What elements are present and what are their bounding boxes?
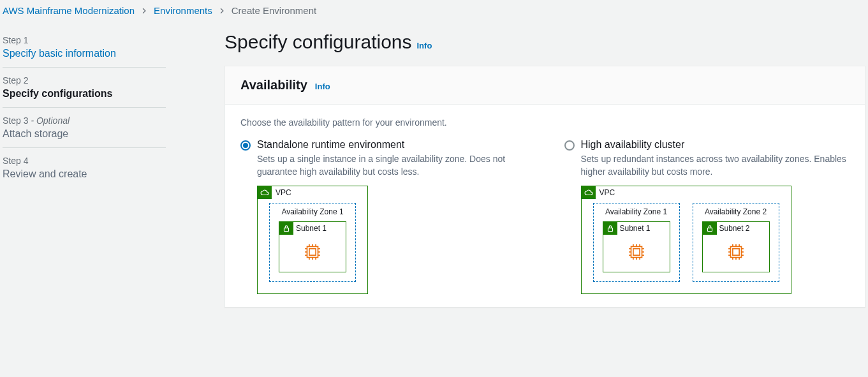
svg-rect-0 bbox=[284, 228, 289, 232]
step-number: Step 2 bbox=[3, 75, 166, 85]
diagram-availability-zone: Availability Zone 1 Subnet 1 bbox=[593, 203, 680, 282]
diagram-vpc: VPC Availability Zone 1 bbox=[581, 186, 791, 294]
vpc-label: VPC bbox=[600, 188, 615, 197]
svg-rect-32 bbox=[732, 249, 739, 255]
option-title: High availability cluster bbox=[581, 139, 685, 151]
info-link[interactable]: Info bbox=[417, 41, 432, 50]
info-link[interactable]: Info bbox=[315, 82, 330, 91]
panel-helper-text: Choose the availability pattern for your… bbox=[240, 117, 850, 128]
lock-icon bbox=[703, 222, 717, 235]
option-standalone: Standalone runtime environment Sets up a… bbox=[240, 139, 526, 294]
svg-rect-30 bbox=[707, 228, 712, 232]
wizard-step-2: Step 2 Specify configurations bbox=[3, 68, 166, 108]
breadcrumb-current: Create Environment bbox=[232, 5, 316, 16]
vpc-label: VPC bbox=[276, 188, 291, 197]
availability-options: Standalone runtime environment Sets up a… bbox=[240, 139, 850, 294]
svg-rect-15 bbox=[608, 228, 612, 232]
main-content: Specify configurations Info Availability… bbox=[166, 21, 868, 307]
lock-icon bbox=[279, 222, 293, 235]
radio-icon bbox=[564, 140, 575, 151]
option-ha-cluster: High availability cluster Sets up redund… bbox=[564, 139, 850, 294]
chevron-right-icon bbox=[219, 5, 225, 16]
processor-icon bbox=[626, 241, 647, 263]
panel-header: Availability Info bbox=[225, 66, 865, 105]
step-link[interactable]: Specify basic information bbox=[3, 48, 116, 59]
option-description: Sets up redundant instances across two a… bbox=[581, 153, 850, 178]
processor-icon bbox=[302, 241, 323, 263]
diagram-subnet: Subnet 1 bbox=[279, 221, 346, 272]
svg-rect-2 bbox=[309, 249, 316, 255]
availability-panel: Availability Info Choose the availabilit… bbox=[224, 66, 865, 307]
step-title-disabled: Attach storage bbox=[3, 128, 166, 140]
az-label: Availability Zone 2 bbox=[702, 203, 770, 221]
breadcrumb-link-service[interactable]: AWS Mainframe Modernization bbox=[3, 5, 135, 16]
page-header: Specify configurations Info bbox=[224, 31, 865, 53]
step-title-active: Specify configurations bbox=[3, 88, 166, 100]
az-label: Availability Zone 1 bbox=[603, 203, 670, 221]
option-radio-standalone[interactable]: Standalone runtime environment bbox=[240, 139, 526, 151]
svg-rect-16 bbox=[631, 247, 642, 258]
wizard-step-3: Step 3 - Optional Attach storage bbox=[3, 108, 166, 148]
wizard-step-1[interactable]: Step 1 Specify basic information bbox=[3, 27, 166, 68]
chevron-right-icon bbox=[141, 5, 147, 16]
az-label: Availability Zone 1 bbox=[279, 203, 346, 221]
breadcrumb: AWS Mainframe Modernization Environments… bbox=[0, 0, 868, 21]
subnet-label: Subnet 1 bbox=[296, 224, 327, 233]
page-title: Specify configurations bbox=[224, 31, 412, 53]
step-title-disabled: Review and create bbox=[3, 168, 166, 180]
diagram-subnet: Subnet 2 bbox=[702, 221, 770, 272]
diagram-vpc: VPC Availability Zone 1 bbox=[257, 186, 368, 294]
step-number: Step 3 - Optional bbox=[3, 115, 166, 126]
subnet-label: Subnet 1 bbox=[620, 224, 651, 233]
breadcrumb-link-environments[interactable]: Environments bbox=[154, 5, 212, 16]
step-number: Step 1 bbox=[3, 35, 166, 45]
diagram-availability-zone: Availability Zone 2 Subnet 2 bbox=[693, 203, 779, 282]
svg-rect-17 bbox=[633, 249, 639, 255]
panel-title: Availability bbox=[240, 78, 307, 92]
option-description: Sets up a single instance in a single av… bbox=[257, 153, 526, 178]
cloud-icon bbox=[258, 186, 272, 199]
option-radio-ha-cluster[interactable]: High availability cluster bbox=[564, 139, 850, 151]
subnet-label: Subnet 2 bbox=[719, 224, 750, 233]
diagram-availability-zone: Availability Zone 1 Subnet 1 bbox=[269, 203, 356, 282]
svg-rect-1 bbox=[307, 247, 318, 258]
diagram-subnet: Subnet 1 bbox=[603, 221, 670, 272]
wizard-nav: Step 1 Specify basic information Step 2 … bbox=[0, 21, 166, 188]
radio-icon bbox=[240, 140, 251, 151]
processor-icon bbox=[725, 241, 747, 263]
step-number: Step 4 bbox=[3, 156, 166, 166]
wizard-step-4: Step 4 Review and create bbox=[3, 148, 166, 188]
lock-icon bbox=[603, 222, 617, 235]
option-title: Standalone runtime environment bbox=[257, 139, 404, 151]
cloud-icon bbox=[582, 186, 596, 199]
